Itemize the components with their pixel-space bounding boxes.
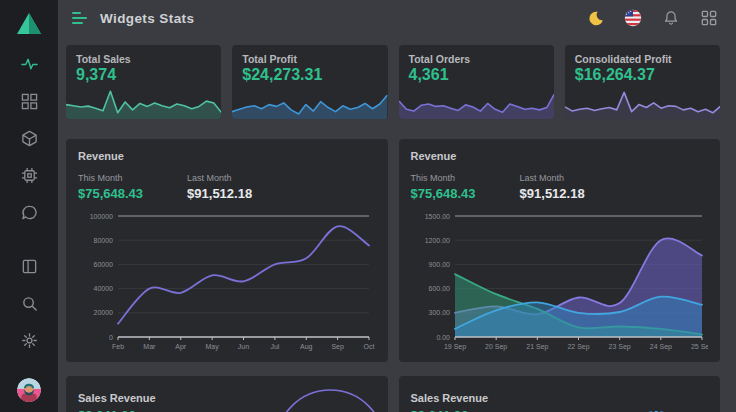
sidebar-item-products[interactable] xyxy=(20,129,38,147)
sidebar-item-settings[interactable] xyxy=(20,331,38,349)
panel-title: Sales Revenue xyxy=(411,392,709,404)
last-month-label: Last Month xyxy=(187,173,252,183)
stat-label: Total Profit xyxy=(232,45,387,65)
svg-text:25 Sep: 25 Sep xyxy=(690,343,707,351)
chat-bubble-icon xyxy=(21,204,38,221)
stat-card-total-orders: Total Orders 4,361 xyxy=(399,45,554,119)
apps-grid-button[interactable] xyxy=(700,9,718,27)
svg-text:0: 0 xyxy=(109,334,113,341)
sparkline-chart xyxy=(399,87,554,119)
moon-icon xyxy=(587,10,604,27)
cpu-icon xyxy=(21,167,38,184)
svg-text:0.00: 0.00 xyxy=(436,334,450,341)
svg-text:80000: 80000 xyxy=(94,237,114,244)
svg-text:40000: 40000 xyxy=(94,285,114,292)
gear-icon xyxy=(21,332,38,349)
svg-text:1500.00: 1500.00 xyxy=(424,213,449,220)
stat-value: 9,374 xyxy=(66,65,221,84)
svg-text:23 Sep: 23 Sep xyxy=(608,343,630,351)
this-month-label: This Month xyxy=(78,173,143,183)
svg-text:20 Sep: 20 Sep xyxy=(485,343,507,351)
panel-title: Revenue xyxy=(411,150,709,162)
sidebar-item-docs[interactable] xyxy=(20,257,38,275)
this-month-label: This Month xyxy=(411,173,476,183)
main-area: Widgets Stats xyxy=(58,0,736,412)
sidebar-item-widgets[interactable] xyxy=(20,92,38,110)
stat-label: Total Sales xyxy=(66,45,221,65)
sparkline-chart xyxy=(232,87,387,119)
revenue-line-chart: 020000400006000080000100000FebMarAprMayJ… xyxy=(78,209,375,355)
revenue-area-chart: 0.00300.00600.00900.001200.001500.0019 S… xyxy=(411,209,708,355)
sidebar-item-dashboard[interactable] xyxy=(20,55,38,73)
search-icon xyxy=(21,295,38,312)
stat-value: $16,264.37 xyxy=(565,65,720,84)
sparkline-chart xyxy=(66,87,221,119)
sidebar-nav xyxy=(20,55,38,221)
this-month-value: $75,648.43 xyxy=(411,186,476,201)
logo-triangle-icon xyxy=(16,12,42,35)
svg-text:Apr: Apr xyxy=(175,343,187,351)
svg-text:21 Sep: 21 Sep xyxy=(526,343,548,351)
svg-text:900.00: 900.00 xyxy=(428,261,450,268)
sales-revenue-panel-right: Sales Revenue $9,641.26 xyxy=(399,376,721,412)
svg-text:1200.00: 1200.00 xyxy=(424,237,449,244)
revenue-summary: This Month $75,648.43 Last Month $91,512… xyxy=(411,173,709,201)
stats-row: Total Sales 9,374 Total Profit $24,273.3… xyxy=(66,45,720,119)
stat-value: 4,361 xyxy=(399,65,554,84)
svg-text:Aug: Aug xyxy=(300,343,313,351)
avatar-image xyxy=(17,378,41,402)
sparkline-chart xyxy=(565,87,720,119)
this-month-value: $75,648.43 xyxy=(78,186,143,201)
topbar: Widgets Stats xyxy=(58,0,736,36)
bell-icon xyxy=(663,10,679,26)
sidebar-item-system[interactable] xyxy=(20,166,38,184)
bottom-row: Sales Revenue $9,641.26 Sales Revenue $9… xyxy=(66,376,720,412)
menu-toggle-button[interactable] xyxy=(72,12,88,24)
revenue-panel-daily: Revenue This Month $75,648.43 Last Month… xyxy=(399,139,721,362)
grid-small-icon xyxy=(21,93,38,110)
svg-text:Oct: Oct xyxy=(364,343,375,350)
panel-title: Revenue xyxy=(78,150,376,162)
svg-text:19 Sep: 19 Sep xyxy=(443,343,465,351)
app-logo[interactable] xyxy=(16,12,42,39)
svg-text:Sep: Sep xyxy=(331,343,344,351)
svg-text:Feb: Feb xyxy=(112,343,124,350)
stat-card-consolidated-profit: Consolidated Profit $16,264.37 xyxy=(565,45,720,119)
last-month-value: $91,512.18 xyxy=(187,186,252,201)
svg-text:Jul: Jul xyxy=(270,343,279,350)
svg-text:24 Sep: 24 Sep xyxy=(649,343,671,351)
sales-revenue-value: $9,641.26 xyxy=(78,408,376,412)
topbar-actions xyxy=(586,9,718,27)
charts-row: Revenue This Month $75,648.43 Last Month… xyxy=(66,139,720,362)
stat-label: Total Orders xyxy=(399,45,554,65)
us-flag-icon xyxy=(624,9,642,27)
svg-text:May: May xyxy=(206,343,220,351)
user-avatar[interactable] xyxy=(17,378,41,402)
sidebar-item-search[interactable] xyxy=(20,294,38,312)
sales-revenue-value: $9,641.26 xyxy=(411,408,709,412)
panel-title: Sales Revenue xyxy=(78,392,376,404)
language-selector-button[interactable] xyxy=(624,9,642,27)
content: Total Sales 9,374 Total Profit $24,273.3… xyxy=(58,36,736,412)
package-icon xyxy=(21,130,38,147)
layout-icon xyxy=(21,258,38,275)
svg-text:600.00: 600.00 xyxy=(428,285,450,292)
notifications-button[interactable] xyxy=(662,9,680,27)
stat-label: Consolidated Profit xyxy=(565,45,720,65)
sidebar-item-messages[interactable] xyxy=(20,203,38,221)
svg-text:20000: 20000 xyxy=(94,309,114,316)
svg-text:22 Sep: 22 Sep xyxy=(567,343,589,351)
last-month-label: Last Month xyxy=(520,173,585,183)
activity-icon xyxy=(21,56,38,73)
stat-card-total-sales: Total Sales 9,374 xyxy=(66,45,221,119)
sidebar-bottom xyxy=(17,257,41,402)
sales-revenue-panel-left: Sales Revenue $9,641.26 xyxy=(66,376,388,412)
stat-value: $24,273.31 xyxy=(232,65,387,84)
revenue-summary: This Month $75,648.43 Last Month $91,512… xyxy=(78,173,376,201)
dark-mode-toggle-button[interactable] xyxy=(586,9,604,27)
svg-text:Jun: Jun xyxy=(238,343,249,350)
page-title: Widgets Stats xyxy=(100,11,194,26)
svg-text:100000: 100000 xyxy=(90,213,113,220)
stat-card-total-profit: Total Profit $24,273.31 xyxy=(232,45,387,119)
revenue-panel-monthly: Revenue This Month $75,648.43 Last Month… xyxy=(66,139,388,362)
